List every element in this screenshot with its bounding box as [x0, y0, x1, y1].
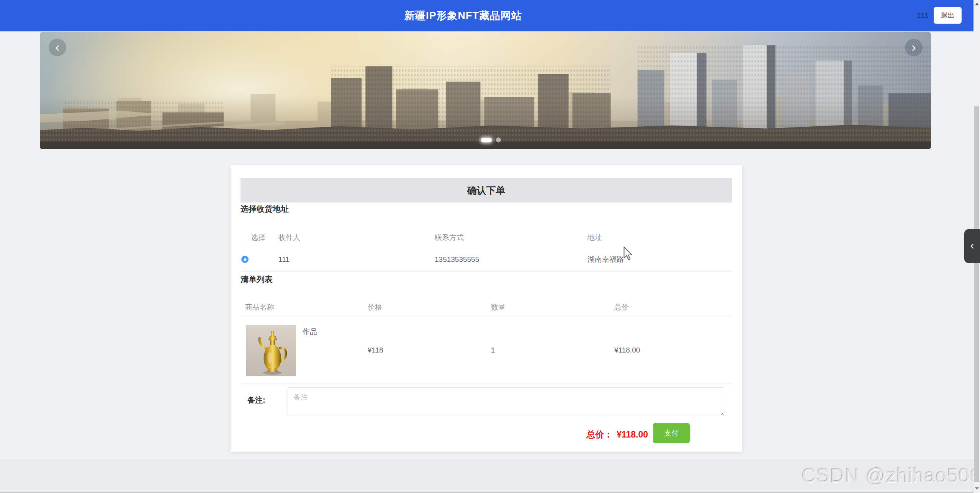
page-footer: CSDN @zhihao506	[0, 459, 980, 493]
col-price: 价格	[363, 302, 486, 312]
items-section-label: 清单列表	[241, 274, 273, 285]
card-title: 确认下单	[241, 178, 732, 202]
col-address: 地址	[587, 233, 732, 243]
recipient-value: 111	[278, 255, 434, 264]
col-product-name: 商品名称	[241, 302, 363, 312]
col-quantity: 数量	[486, 302, 610, 312]
address-radio-selected[interactable]	[241, 256, 249, 263]
username-label[interactable]: 111	[917, 11, 929, 20]
order-total-amount: ¥118.00	[617, 429, 648, 439]
site-title: 新疆IP形象NFT藏品网站	[404, 9, 522, 23]
order-total-label: 总价：	[586, 429, 613, 439]
order-total: 总价：¥118.00	[586, 429, 648, 441]
col-recipient: 收件人	[278, 233, 434, 243]
order-confirm-card: 确认下单 选择收货地址 选择 收件人 联系方式 地址 111 135135355…	[231, 165, 742, 452]
address-table-row: 111 13513535555 湖南幸福路	[241, 247, 732, 272]
carousel-dot[interactable]	[496, 137, 501, 142]
phone-value: 13513535555	[434, 255, 587, 264]
chevron-left-icon: ‹	[970, 239, 974, 252]
top-navbar: 新疆IP形象NFT藏品网站 111 退出	[0, 0, 980, 31]
col-select: 选择	[241, 233, 278, 243]
logout-button[interactable]: 退出	[934, 7, 962, 24]
carousel-indicators	[481, 137, 501, 142]
items-table: 商品名称 价格 数量 总价	[241, 298, 732, 384]
carousel-next-button[interactable]: ›	[905, 39, 923, 56]
triangle-up-icon	[975, 3, 979, 5]
total-value: ¥118.00	[610, 317, 732, 383]
quantity-value: 1	[486, 317, 610, 383]
address-table: 选择 收件人 联系方式 地址 111 13513535555 湖南幸福路	[241, 228, 732, 272]
carousel-dot-active[interactable]	[481, 138, 492, 142]
remark-label: 备注:	[247, 395, 265, 405]
chevron-left-icon: ‹	[55, 40, 59, 53]
price-value: ¥118	[363, 317, 486, 383]
col-total: 总价	[610, 302, 732, 312]
triangle-down-icon	[975, 487, 979, 490]
csdn-watermark: CSDN @zhihao506	[802, 464, 980, 487]
product-image	[246, 325, 296, 376]
remark-textarea[interactable]	[288, 387, 724, 416]
cityscape-banner-image	[40, 32, 931, 149]
address-value: 湖南幸福路	[587, 255, 732, 264]
chevron-right-icon: ›	[911, 40, 916, 53]
page-root: 新疆IP形象NFT藏品网站 111 退出	[0, 0, 980, 493]
pay-button[interactable]: 支付	[653, 423, 690, 443]
address-table-header: 选择 收件人 联系方式 地址	[241, 228, 732, 247]
address-section-label: 选择收货地址	[241, 204, 289, 214]
carousel-prev-button[interactable]: ‹	[49, 39, 66, 56]
banner-carousel: ‹ ›	[40, 32, 931, 149]
items-table-row: 作品 ¥118 1 ¥118.00	[241, 317, 732, 384]
items-table-header: 商品名称 价格 数量 总价	[241, 298, 732, 317]
side-panel-toggle[interactable]: ‹	[964, 229, 980, 263]
gold-ewer-image	[246, 325, 296, 376]
scroll-up-button[interactable]	[973, 1, 980, 7]
product-name: 作品	[303, 327, 317, 337]
col-phone: 联系方式	[434, 233, 587, 243]
scroll-down-button[interactable]	[973, 485, 980, 491]
scrollbar-thumb[interactable]	[974, 106, 979, 482]
